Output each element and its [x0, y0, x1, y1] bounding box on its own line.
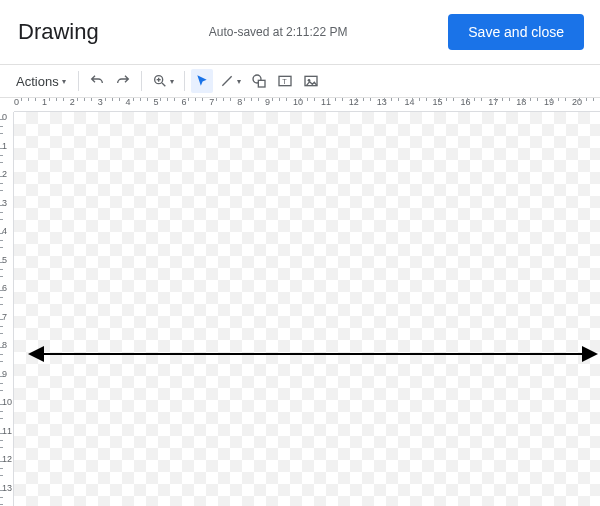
ruler-h-minor — [230, 98, 231, 101]
ruler-v-tick: 2 — [0, 169, 13, 179]
ruler-v-minor — [0, 148, 13, 149]
ruler-h-minor — [342, 98, 343, 101]
ruler-h-tick: 16 — [460, 98, 470, 107]
toolbar: Actions ▾ ▾ ▾ T — [0, 65, 600, 98]
image-tool[interactable] — [299, 69, 323, 93]
ruler-v-minor — [0, 119, 13, 120]
ruler-h-minor — [586, 98, 587, 101]
ruler-h-tick: 9 — [265, 98, 270, 107]
ruler-v-minor — [0, 461, 13, 462]
ruler-h-minor — [133, 98, 134, 101]
ruler-vertical: 01234567891011121314 — [0, 112, 14, 506]
ruler-h-minor — [307, 98, 308, 101]
ruler-v-minor — [0, 475, 13, 476]
ruler-h-minor — [398, 98, 399, 101]
save-and-close-button[interactable]: Save and close — [448, 14, 584, 50]
ruler-h-minor — [530, 98, 531, 101]
ruler-h-minor — [384, 98, 385, 101]
ruler-v-minor — [0, 290, 13, 291]
ruler-v-minor — [0, 490, 13, 491]
svg-line-4 — [222, 76, 231, 85]
undo-button[interactable] — [85, 69, 109, 93]
ruler-h-minor — [202, 98, 203, 101]
chevron-down-icon: ▾ — [237, 77, 241, 86]
separator — [78, 71, 79, 91]
ruler-v-tick: 7 — [0, 312, 13, 322]
ruler-h-tick: 12 — [349, 98, 359, 107]
image-icon — [303, 73, 319, 89]
ruler-v-tick: 13 — [0, 483, 13, 493]
ruler-v-tick: 6 — [0, 283, 13, 293]
ruler-h-minor — [335, 98, 336, 101]
ruler-h-minor — [467, 98, 468, 101]
ruler-h-tick: 11 — [321, 98, 331, 107]
textbox-tool[interactable]: T — [273, 69, 297, 93]
drawing-canvas[interactable] — [14, 112, 600, 506]
ruler-h-minor — [49, 98, 50, 101]
ruler-h-minor — [481, 98, 482, 101]
ruler-horizontal: 0123456789101112131415161718192021 — [14, 98, 600, 112]
autosave-status: Auto-saved at 2:11:22 PM — [139, 25, 449, 39]
actions-label: Actions — [16, 74, 59, 89]
ruler-h-minor — [251, 98, 252, 101]
select-tool[interactable] — [191, 69, 213, 93]
redo-button[interactable] — [111, 69, 135, 93]
ruler-h-minor — [223, 98, 224, 101]
shape-tool[interactable] — [247, 69, 271, 93]
ruler-h-minor — [35, 98, 36, 101]
ruler-h-minor — [593, 98, 594, 101]
ruler-h-minor — [300, 98, 301, 101]
ruler-v-minor — [0, 262, 13, 263]
ruler-v-minor — [0, 390, 13, 391]
ruler-h-minor — [56, 98, 57, 101]
ruler-h-tick: 15 — [433, 98, 443, 107]
svg-rect-6 — [258, 80, 265, 87]
ruler-v-tick: 3 — [0, 198, 13, 208]
ruler-h-minor — [502, 98, 503, 101]
ruler-h-tick: 6 — [181, 98, 186, 107]
actions-menu[interactable]: Actions ▾ — [10, 69, 72, 93]
ruler-v-minor — [0, 205, 13, 206]
ruler-h-tick: 19 — [544, 98, 554, 107]
ruler-h-tick: 13 — [377, 98, 387, 107]
ruler-v-minor — [0, 190, 13, 191]
ruler-h-minor — [419, 98, 420, 101]
separator — [141, 71, 142, 91]
ruler-h-minor — [160, 98, 161, 101]
ruler-v-minor — [0, 383, 13, 384]
ruler-v-minor — [0, 333, 13, 334]
double-arrow-shape[interactable] — [14, 112, 600, 506]
ruler-h-tick: 4 — [126, 98, 131, 107]
ruler-v-tick: 12 — [0, 454, 13, 464]
ruler-v-minor — [0, 126, 13, 127]
shape-icon — [251, 73, 267, 89]
ruler-v-minor — [0, 233, 13, 234]
undo-icon — [89, 73, 105, 89]
svg-line-1 — [162, 83, 165, 86]
ruler-h-minor — [244, 98, 245, 101]
ruler-h-tick: 10 — [293, 98, 303, 107]
ruler-h-tick: 3 — [98, 98, 103, 107]
ruler-h-minor — [286, 98, 287, 101]
page-title: Drawing — [18, 19, 99, 45]
ruler-v-tick: 8 — [0, 340, 13, 350]
ruler-v-minor — [0, 361, 13, 362]
chevron-down-icon: ▾ — [62, 77, 66, 86]
ruler-v-minor — [0, 347, 13, 348]
ruler-v-minor — [0, 240, 13, 241]
ruler-v-minor — [0, 162, 13, 163]
ruler-v-minor — [0, 247, 13, 248]
ruler-h-minor — [356, 98, 357, 101]
ruler-h-tick: 1 — [42, 98, 47, 107]
ruler-h-tick: 5 — [154, 98, 159, 107]
ruler-v-minor — [0, 447, 13, 448]
ruler-v-minor — [0, 269, 13, 270]
ruler-v-minor — [0, 504, 13, 505]
ruler-h-minor — [439, 98, 440, 101]
ruler-v-tick: 9 — [0, 369, 13, 379]
modal-header: Drawing Auto-saved at 2:11:22 PM Save an… — [0, 0, 600, 65]
ruler-v-tick: 5 — [0, 255, 13, 265]
zoom-button[interactable]: ▾ — [148, 69, 178, 93]
ruler-v-minor — [0, 404, 13, 405]
line-tool[interactable]: ▾ — [215, 69, 245, 93]
